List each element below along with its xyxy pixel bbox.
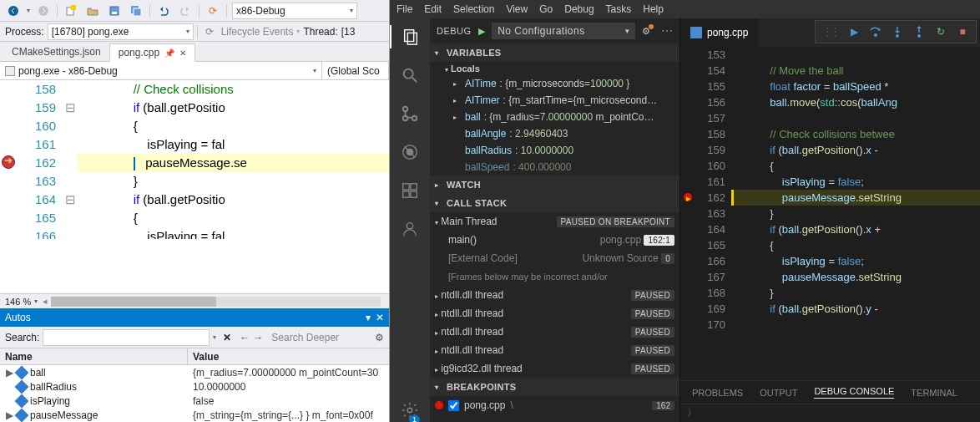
breakpoint-gutter[interactable]: [0, 80, 17, 293]
panel-tab-debug console[interactable]: DEBUG CONSOLE: [814, 386, 894, 399]
stack-frame[interactable]: main() pong.cpp 162:1: [430, 231, 679, 249]
menu-help[interactable]: Help: [643, 3, 664, 15]
expand-icon[interactable]: ▶: [5, 367, 13, 379]
search-input[interactable]: [43, 329, 210, 346]
dropdown-icon[interactable]: ▾: [366, 312, 371, 323]
col-name[interactable]: Name: [0, 348, 188, 364]
code-line[interactable]: isPlaying = fal: [78, 227, 389, 239]
settings-gear-icon[interactable]: 1: [398, 399, 422, 422]
save-all-icon[interactable]: [128, 3, 144, 19]
menu-view[interactable]: View: [506, 3, 528, 15]
process-combo[interactable]: [16780] pong.exe ▾: [48, 23, 194, 40]
stack-frame[interactable]: [External Code] Unknown Source 0: [430, 249, 679, 267]
chevron-down-icon[interactable]: ▾: [296, 28, 300, 35]
undo-icon[interactable]: [155, 3, 172, 19]
menu-file[interactable]: File: [397, 3, 412, 15]
nav-back-drop-icon[interactable]: ▾: [27, 7, 30, 14]
variable-item[interactable]: ballAngle: 2.94960403: [430, 125, 679, 142]
code-line[interactable]: if (ball.getPosition().x -: [734, 142, 980, 158]
code-line[interactable]: isPlaying = false;: [734, 174, 980, 190]
col-value[interactable]: Value: [188, 348, 389, 364]
explorer-icon[interactable]: [390, 25, 430, 48]
code-line[interactable]: if (ball.getPosition().y -: [734, 301, 980, 317]
code-line[interactable]: ball.move(std::cos(ballAng: [734, 94, 980, 110]
locals-header[interactable]: ▾ Locals: [430, 62, 679, 75]
thread-row[interactable]: ▸ ig9icd32.dll thread PAUSED: [430, 359, 679, 378]
breakpoints-header[interactable]: ▾BREAKPOINTS: [430, 378, 679, 396]
panel-tab-problems[interactable]: PROBLEMS: [692, 388, 743, 398]
code-line[interactable]: if (ball.getPositio: [78, 99, 389, 117]
gear-icon[interactable]: ⚙: [375, 332, 384, 343]
scroll-left-icon[interactable]: ◂: [43, 296, 48, 307]
expand-icon[interactable]: ▸: [453, 80, 462, 88]
breakpoint-hit-icon[interactable]: [2, 155, 15, 169]
variable-item[interactable]: ▸ ball: {m_radius=7.00000000 m_pointCo…: [430, 109, 679, 125]
editor-tab-pong[interactable]: pong.cpp: [680, 18, 758, 47]
code-line[interactable]: [734, 110, 980, 126]
code-line[interactable]: {: [734, 237, 980, 253]
lifecycle-icon[interactable]: ⟳: [201, 23, 218, 40]
refresh-icon[interactable]: ⟳: [205, 3, 221, 19]
watch-header[interactable]: ▸WATCH: [430, 175, 679, 194]
menu-debug[interactable]: Debug: [564, 3, 594, 15]
code-line[interactable]: {: [78, 209, 389, 227]
thread-row[interactable]: ▸ ntdll.dll thread PAUSED: [430, 323, 679, 341]
editor-content[interactable]: // Check collisions if (ball.getPositio …: [78, 80, 389, 293]
breadcrumb-chevron-icon[interactable]: 〉: [687, 406, 697, 420]
close-icon[interactable]: ✕: [179, 48, 186, 58]
code-line[interactable]: // Move the ball: [734, 63, 980, 79]
h-scrollbar[interactable]: [51, 297, 381, 307]
breakpoint-hit-icon[interactable]: ▸: [684, 191, 695, 203]
debug-icon[interactable]: [398, 140, 422, 164]
autos-row[interactable]: ballRadius 10.0000000: [0, 379, 389, 394]
config-combo[interactable]: x86-Debug ▾: [232, 3, 357, 19]
code-line[interactable]: isPlaying = fal: [78, 135, 389, 154]
code-line[interactable]: pauseMessage.se: [78, 154, 389, 172]
config-dropdown[interactable]: No Configurations ▾: [492, 23, 635, 39]
code-line[interactable]: [734, 47, 980, 63]
search-prev-icon[interactable]: ←: [240, 332, 250, 343]
code-line[interactable]: if (ball.getPositio: [78, 191, 389, 209]
scm-icon[interactable]: [398, 102, 422, 125]
zoom-value[interactable]: 146 %: [5, 297, 31, 307]
menu-selection[interactable]: Selection: [453, 3, 494, 15]
code-line[interactable]: [734, 317, 980, 333]
code-line[interactable]: // Check collisions betwee: [734, 126, 980, 142]
stop-icon[interactable]: ■: [956, 25, 969, 38]
chevron-down-icon[interactable]: ▾: [213, 333, 216, 341]
variables-header[interactable]: ▾VARIABLES: [430, 43, 679, 62]
open-file-icon[interactable]: [84, 3, 101, 19]
continue-icon[interactable]: ▶: [847, 25, 861, 38]
menu-go[interactable]: Go: [539, 3, 553, 15]
start-debug-icon[interactable]: ▶: [478, 26, 486, 37]
search-icon[interactable]: [398, 64, 422, 87]
panel-tab-output[interactable]: OUTPUT: [760, 388, 797, 398]
code-line[interactable]: isPlaying = false;: [734, 253, 980, 269]
code-line[interactable]: }: [78, 172, 389, 191]
restart-icon[interactable]: ↻: [934, 25, 947, 38]
nav-back-button[interactable]: [5, 3, 22, 19]
chevron-down-icon[interactable]: ▾: [34, 297, 38, 305]
thread-row[interactable]: ▸ ntdll.dll thread PAUSED: [430, 341, 679, 359]
expand-icon[interactable]: ▸: [453, 114, 462, 121]
extensions-icon[interactable]: [398, 179, 422, 202]
code-line[interactable]: // Check collisions: [78, 80, 389, 99]
variable-item[interactable]: ballRadius: 10.0000000: [430, 142, 679, 159]
search-next-icon[interactable]: →: [253, 332, 263, 343]
code-line[interactable]: }: [734, 206, 980, 221]
new-item-icon[interactable]: [63, 3, 79, 19]
callstack-header[interactable]: ▾CALL STACK: [430, 194, 679, 212]
redo-icon[interactable]: [177, 3, 194, 19]
more-icon[interactable]: ⋯: [661, 24, 674, 38]
variable-item[interactable]: ▸ AITimer: {m_startTime={m_microsecond…: [430, 92, 679, 109]
bp-checkbox[interactable]: [448, 400, 459, 411]
code-line[interactable]: pauseMessage.setString: [731, 190, 980, 206]
code-line[interactable]: if (ball.getPosition().x +: [734, 221, 980, 237]
thread-row[interactable]: ▸ ntdll.dll thread PAUSED: [430, 304, 679, 323]
tab-cmakesettings[interactable]: CMakeSettings.json: [3, 43, 109, 61]
autos-row[interactable]: ▶ball {m_radius=7.00000000 m_pointCount=…: [0, 365, 389, 379]
pin-icon[interactable]: 📌: [164, 48, 174, 58]
autos-row[interactable]: ▶pauseMessage {m_string={m_string={...} …: [0, 408, 389, 422]
close-icon[interactable]: ✕: [376, 312, 384, 323]
variable-item[interactable]: ballSpeed: 400.000000: [430, 159, 679, 175]
